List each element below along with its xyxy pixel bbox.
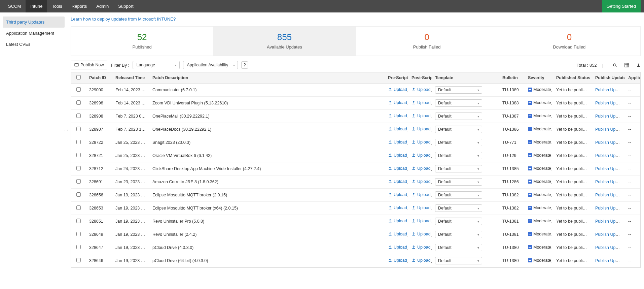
post-script-upload[interactable]: Upload	[412, 166, 431, 171]
row-checkbox[interactable]	[76, 245, 81, 249]
pre-script-upload[interactable]: Upload	[388, 87, 407, 92]
publish-updates-link[interactable]: Publish Updates	[595, 232, 625, 237]
nav-support[interactable]: Support	[113, 0, 138, 12]
template-select[interactable]: Default▾	[435, 99, 482, 107]
row-checkbox[interactable]	[76, 258, 81, 262]
pre-script-upload[interactable]: Upload	[388, 153, 407, 158]
column-header[interactable]	[71, 72, 86, 84]
row-checkbox[interactable]	[76, 205, 81, 210]
post-script-upload[interactable]: Upload	[412, 100, 431, 105]
template-select[interactable]: Default▾	[435, 257, 482, 264]
nav-sccm[interactable]: SCCM	[3, 0, 26, 12]
sidebar-item[interactable]: Third party Updates	[3, 17, 65, 28]
post-script-upload[interactable]: Upload	[412, 153, 431, 158]
grid-view-icon[interactable]	[624, 63, 629, 67]
filter-language-select[interactable]: Language	[133, 61, 180, 69]
post-script-upload[interactable]: Upload	[412, 140, 431, 144]
row-checkbox[interactable]	[76, 100, 81, 105]
pre-script-upload[interactable]: Upload	[388, 100, 407, 105]
publish-updates-link[interactable]: Publish Updates	[595, 140, 625, 145]
column-header[interactable]: Released Time	[112, 72, 149, 84]
post-script-upload[interactable]: Upload	[412, 232, 431, 236]
select-all-checkbox[interactable]	[76, 75, 81, 79]
row-checkbox[interactable]	[76, 87, 81, 92]
column-header[interactable]: Published Status	[553, 72, 592, 84]
publish-updates-link[interactable]: Publish Updates	[595, 127, 625, 132]
column-header[interactable]: Template	[432, 72, 499, 84]
column-header[interactable]: Patch Description	[149, 72, 385, 84]
pre-script-upload[interactable]: Upload	[388, 140, 407, 144]
publish-now-button[interactable]: Publish Now	[71, 61, 107, 69]
publish-updates-link[interactable]: Publish Updates	[595, 245, 625, 250]
column-header[interactable]: Patch ID	[86, 72, 112, 84]
stat-card[interactable]: 52Published	[71, 27, 213, 56]
template-select[interactable]: Default▾	[435, 126, 482, 133]
publish-updates-link[interactable]: Publish Updates	[595, 153, 625, 158]
pre-script-upload[interactable]: Upload	[388, 258, 407, 263]
pre-script-upload[interactable]: Upload	[388, 114, 407, 118]
row-checkbox[interactable]	[76, 219, 81, 223]
row-checkbox[interactable]	[76, 127, 81, 131]
publish-updates-link[interactable]: Publish Updates	[595, 219, 625, 224]
template-select[interactable]: Default▾	[435, 218, 482, 225]
template-select[interactable]: Default▾	[435, 152, 482, 159]
nav-admin[interactable]: Admin	[92, 0, 113, 12]
publish-updates-link[interactable]: Publish Updates	[595, 180, 625, 184]
template-select[interactable]: Default▾	[435, 139, 482, 146]
template-select[interactable]: Default▾	[435, 231, 482, 238]
publish-updates-link[interactable]: Publish Updates	[595, 258, 625, 263]
pre-script-upload[interactable]: Upload	[388, 192, 407, 197]
column-header[interactable]: Publish Updates	[592, 72, 625, 84]
post-script-upload[interactable]: Upload	[412, 179, 431, 184]
publish-updates-link[interactable]: Publish Updates	[595, 88, 625, 92]
column-header[interactable]: Applic	[625, 72, 640, 84]
post-script-upload[interactable]: Upload	[412, 205, 431, 210]
publish-updates-link[interactable]: Publish Updates	[595, 206, 625, 211]
column-header[interactable]: Post-Script	[408, 72, 432, 84]
post-script-upload[interactable]: Upload	[412, 258, 431, 263]
search-icon[interactable]	[613, 63, 617, 67]
post-script-upload[interactable]: Upload	[412, 219, 431, 223]
row-checkbox[interactable]	[76, 153, 81, 157]
row-checkbox[interactable]	[76, 179, 81, 184]
publish-updates-link[interactable]: Publish Updates	[595, 101, 625, 105]
row-checkbox[interactable]	[76, 140, 81, 144]
download-icon[interactable]	[636, 63, 641, 67]
pre-script-upload[interactable]: Upload	[388, 179, 407, 184]
template-select[interactable]: Default▾	[435, 113, 482, 120]
post-script-upload[interactable]: Upload	[412, 245, 431, 250]
row-checkbox[interactable]	[76, 114, 81, 118]
sidebar-item[interactable]: Application Management	[0, 28, 67, 39]
column-header[interactable]: Severity	[525, 72, 553, 84]
help-button[interactable]: ?	[241, 61, 248, 69]
template-select[interactable]: Default▾	[435, 244, 482, 251]
template-select[interactable]: Default▾	[435, 191, 482, 199]
column-header[interactable]: Bulletin	[499, 72, 525, 84]
publish-updates-link[interactable]: Publish Updates	[595, 166, 625, 171]
stat-card[interactable]: 0Publish Failed	[356, 27, 498, 56]
template-select[interactable]: Default▾	[435, 86, 482, 94]
nav-intune[interactable]: Intune	[26, 0, 47, 12]
pre-script-upload[interactable]: Upload	[388, 245, 407, 250]
nav-tools[interactable]: Tools	[47, 0, 67, 12]
row-checkbox[interactable]	[76, 232, 81, 236]
filter-availability-select[interactable]: Application Availability	[183, 61, 238, 69]
row-checkbox[interactable]	[76, 166, 81, 170]
template-select[interactable]: Default▾	[435, 204, 482, 212]
template-select[interactable]: Default▾	[435, 178, 482, 186]
getting-started-button[interactable]: Getting Started	[602, 0, 641, 12]
post-script-upload[interactable]: Upload	[412, 127, 431, 131]
pre-script-upload[interactable]: Upload	[388, 205, 407, 210]
pre-script-upload[interactable]: Upload	[388, 127, 407, 131]
post-script-upload[interactable]: Upload	[412, 114, 431, 118]
pre-script-upload[interactable]: Upload	[388, 219, 407, 223]
sidebar-item[interactable]: Latest CVEs	[0, 39, 67, 50]
publish-updates-link[interactable]: Publish Updates	[595, 193, 625, 197]
publish-updates-link[interactable]: Publish Updates	[595, 114, 625, 119]
post-script-upload[interactable]: Upload	[412, 87, 431, 92]
sidebar-resize-handle[interactable]: ⋮⋮	[63, 127, 68, 131]
pre-script-upload[interactable]: Upload	[388, 232, 407, 236]
row-checkbox[interactable]	[76, 192, 81, 197]
learn-link[interactable]: Learn how to deploy updates from Microso…	[71, 12, 641, 26]
stat-card[interactable]: 855Available Updates	[213, 27, 355, 56]
